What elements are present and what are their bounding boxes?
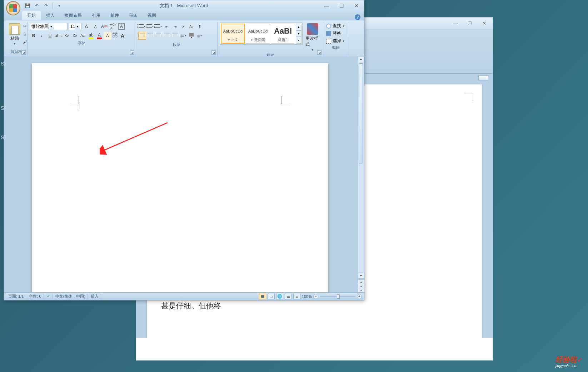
shading-button[interactable]: ▼ — [188, 32, 195, 40]
font-launcher[interactable]: ◢ — [130, 50, 134, 55]
clipboard-launcher[interactable]: ◢ — [21, 50, 26, 55]
font-name-combo[interactable]: 微软雅黑▼ — [30, 23, 68, 30]
line-spacing-button[interactable]: ‡≡▼ — [179, 32, 187, 40]
zoom-level[interactable]: 100% — [302, 294, 312, 299]
status-words[interactable]: 字数: 0 — [27, 294, 44, 299]
scroll-down-button[interactable]: ▼ — [358, 273, 364, 279]
back-dialog-launcher[interactable] — [478, 75, 488, 80]
qat-save-button[interactable]: 💾 — [24, 2, 31, 9]
status-page[interactable]: 页面: 1/1 — [6, 294, 26, 299]
underline-button[interactable]: U — [46, 32, 54, 40]
bullets-button[interactable]: ▼ — [138, 23, 146, 30]
highlight-button[interactable]: ab — [87, 32, 95, 40]
font-size-combo[interactable]: 11▼ — [69, 23, 81, 30]
select-button[interactable]: 选择▼ — [325, 38, 346, 44]
show-marks-button[interactable]: ¶ — [196, 23, 204, 30]
copy-button[interactable]: ⎘ — [21, 30, 28, 38]
align-right-button[interactable] — [155, 32, 163, 40]
shrink-font-button[interactable]: A — [91, 23, 99, 30]
decrease-indent-button[interactable]: ⇤ — [163, 23, 171, 30]
view-print-layout[interactable]: ▦ — [259, 294, 266, 299]
subscript-button[interactable]: X2 — [63, 32, 70, 40]
italic-button[interactable]: I — [38, 32, 46, 40]
quick-access-toolbar: 💾 ↶ ↷ ▼ — [24, 2, 63, 9]
grow-font-button[interactable]: A — [83, 23, 90, 30]
font-color-button[interactable]: A — [95, 32, 103, 40]
scroll-thumb[interactable] — [359, 63, 363, 163]
phonetic-guide-button[interactable]: wénA — [109, 23, 117, 30]
document-area[interactable]: ▲ ▼ ▴ ● ▾ — [4, 56, 364, 292]
align-justify-icon — [164, 34, 169, 38]
numbering-button[interactable]: ▼ — [146, 23, 154, 30]
office-button[interactable] — [6, 1, 20, 15]
clear-format-button[interactable]: A⌫ — [100, 23, 108, 30]
paragraph-launcher[interactable]: ◢ — [211, 50, 216, 55]
maximize-button[interactable]: ☐ — [334, 2, 349, 10]
zoom-slider[interactable] — [320, 296, 355, 297]
back-close-button[interactable]: ✕ — [477, 19, 491, 28]
asian-layout-button[interactable]: ✕ — [179, 23, 187, 30]
zoom-in-button[interactable]: + — [357, 294, 362, 299]
view-draft[interactable]: ≡ — [293, 294, 300, 299]
view-web-layout[interactable]: 🌐 — [276, 294, 283, 299]
document-page[interactable] — [32, 63, 328, 292]
style-item-2[interactable]: AaBl标题 1 — [271, 24, 295, 44]
format-painter-button[interactable]: 🖌 — [21, 38, 28, 45]
find-button[interactable]: 查找▼ — [325, 23, 346, 29]
align-justify-button[interactable] — [163, 32, 171, 40]
borders-button[interactable]: ⊞▼ — [196, 32, 204, 40]
status-proofing-icon[interactable]: ✓ — [45, 294, 53, 299]
styles-launcher[interactable]: ◢ — [317, 50, 322, 55]
tab-审阅[interactable]: 审阅 — [124, 11, 143, 20]
minimize-button[interactable]: — — [319, 2, 334, 10]
qat-redo-button[interactable]: ↷ — [43, 2, 50, 9]
increase-indent-button[interactable]: ⇥ — [171, 23, 179, 30]
back-minimize-button[interactable]: — — [448, 19, 463, 28]
change-styles-icon — [307, 23, 318, 35]
superscript-button[interactable]: X2 — [71, 32, 79, 40]
zoom-thumb[interactable] — [337, 294, 340, 299]
bullets-icon — [139, 24, 144, 29]
desktop-icon-edge: S — [1, 61, 4, 68]
sort-button[interactable]: A↓ — [188, 23, 195, 30]
qat-undo-button[interactable]: ↶ — [33, 2, 40, 9]
big-font-button[interactable]: A — [119, 32, 126, 40]
multilevel-button[interactable]: ▼ — [155, 23, 163, 30]
tab-页面布局[interactable]: 页面布局 — [60, 11, 87, 20]
zoom-out-button[interactable]: − — [313, 294, 318, 299]
back-maximize-button[interactable]: ☐ — [463, 19, 477, 28]
style-gallery-more[interactable]: ▲▼▾ — [296, 24, 302, 44]
prev-page-button[interactable]: ▴ — [358, 279, 364, 284]
distributed-button[interactable] — [171, 32, 179, 40]
style-gallery[interactable]: AaBbCcDd↵ 正文AaBbCcDd↵ 无间隔AaBl标题 1▲▼▾ — [220, 23, 303, 45]
bold-button[interactable]: B — [30, 32, 38, 40]
close-button[interactable]: ✕ — [349, 2, 364, 10]
tab-引用[interactable]: 引用 — [87, 11, 105, 20]
cut-button[interactable]: ✂ — [21, 23, 28, 30]
change-styles-button[interactable]: 更改样式 ▼ — [304, 23, 321, 52]
align-left-button[interactable] — [138, 32, 146, 40]
status-language[interactable]: 中文(简体，中国) — [53, 294, 88, 299]
enclose-char-button[interactable]: 字 — [112, 32, 118, 38]
char-border-button[interactable]: A — [118, 23, 125, 30]
tab-邮件[interactable]: 邮件 — [105, 11, 124, 20]
replace-button[interactable]: 替换 — [325, 30, 346, 37]
browse-object-button[interactable]: ● — [358, 284, 364, 288]
style-item-0[interactable]: AaBbCcDd↵ 正文 — [221, 24, 245, 44]
next-page-button[interactable]: ▾ — [358, 288, 364, 292]
change-case-button[interactable]: Aa — [79, 32, 87, 40]
tab-开始[interactable]: 开始 — [22, 11, 41, 20]
tab-视图[interactable]: 视图 — [143, 11, 161, 20]
view-outline[interactable]: ☰ — [285, 294, 292, 299]
align-center-button[interactable] — [146, 32, 154, 40]
view-full-screen[interactable]: ▭ — [268, 294, 275, 299]
tab-插入[interactable]: 插入 — [41, 11, 60, 20]
strikethrough-button[interactable]: abc — [54, 32, 62, 40]
style-item-1[interactable]: AaBbCcDd↵ 无间隔 — [246, 24, 270, 44]
vertical-scrollbar[interactable]: ▲ ▼ ▴ ● ▾ — [358, 56, 364, 292]
scroll-up-button[interactable]: ▲ — [358, 56, 364, 62]
status-mode[interactable]: 插入 — [89, 294, 101, 299]
char-shading-button[interactable]: A — [104, 32, 111, 40]
help-icon[interactable]: ? — [355, 14, 360, 20]
qat-customize-button[interactable]: ▼ — [56, 2, 63, 9]
